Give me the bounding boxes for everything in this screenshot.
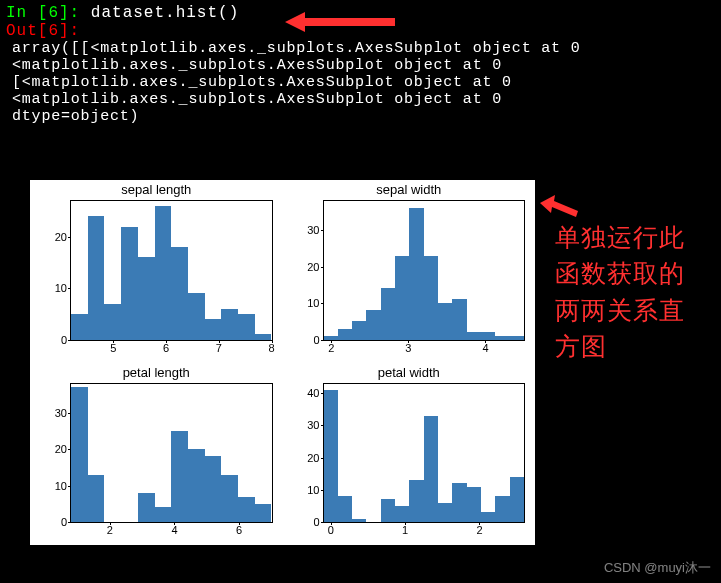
axes: 0102030246 xyxy=(70,383,273,524)
bar xyxy=(255,504,272,522)
bar xyxy=(510,336,524,340)
bar xyxy=(438,503,452,522)
svg-marker-0 xyxy=(285,12,395,32)
bar xyxy=(171,247,188,339)
bar xyxy=(338,496,352,522)
bar xyxy=(452,483,466,522)
bar xyxy=(205,319,222,340)
bars xyxy=(71,201,272,340)
watermark: CSDN @muyi沐一 xyxy=(604,559,711,577)
subplot-sepal-width: sepal width0102030234 xyxy=(283,180,536,363)
bar xyxy=(121,227,138,340)
bar xyxy=(221,309,238,340)
bar xyxy=(71,387,88,522)
bar xyxy=(409,480,423,522)
bar xyxy=(205,456,222,522)
out-prompt-close: ]: xyxy=(59,22,80,40)
bar xyxy=(238,497,255,523)
bar xyxy=(71,314,88,340)
bar xyxy=(104,304,121,340)
bar xyxy=(452,299,466,339)
bar xyxy=(467,487,481,522)
bar xyxy=(495,336,509,340)
axes: 0102030234 xyxy=(323,200,526,341)
bar xyxy=(338,329,352,340)
bar xyxy=(221,475,238,522)
bar xyxy=(352,321,366,339)
subplot-petal-length: petal length0102030246 xyxy=(30,363,283,546)
in-prompt-num: 6 xyxy=(48,4,59,22)
bar xyxy=(88,216,105,339)
output-line-4: dtype=object) xyxy=(6,108,715,125)
bars xyxy=(324,201,525,340)
histogram-figure: sepal length010205678sepal width01020302… xyxy=(30,180,535,545)
bar xyxy=(88,475,105,522)
bar xyxy=(381,499,395,522)
out-prompt-num: 6 xyxy=(48,22,59,40)
output-line-3: <matplotlib.axes._subplots.AxesSubplot o… xyxy=(6,91,715,108)
bar xyxy=(155,507,172,522)
bar xyxy=(238,314,255,340)
bar xyxy=(409,208,423,339)
bar xyxy=(424,416,438,522)
bar xyxy=(188,449,205,522)
code-command: dataset.hist() xyxy=(80,4,239,22)
out-prompt: Out[ xyxy=(6,22,48,40)
annotation-text: 单独运行此 函数获取的 两两关系直 方图 xyxy=(555,220,685,365)
bars xyxy=(71,384,272,523)
bar xyxy=(395,256,409,340)
bar xyxy=(188,293,205,339)
bar xyxy=(352,519,366,522)
bar xyxy=(424,256,438,340)
bar xyxy=(381,288,395,339)
bar xyxy=(171,431,188,522)
bar xyxy=(138,493,155,522)
bar xyxy=(510,477,524,522)
svg-marker-1 xyxy=(540,195,578,217)
bar xyxy=(155,206,172,339)
axes: 010205678 xyxy=(70,200,273,341)
chart-title: sepal length xyxy=(30,180,283,200)
chart-title: petal width xyxy=(283,363,536,383)
in-prompt: In [ xyxy=(6,4,48,22)
bar xyxy=(481,512,495,522)
output-line-2: [<matplotlib.axes._subplots.AxesSubplot … xyxy=(6,74,715,91)
chart-title: sepal width xyxy=(283,180,536,200)
subplot-sepal-length: sepal length010205678 xyxy=(30,180,283,363)
bar xyxy=(438,303,452,339)
bar xyxy=(366,310,380,339)
arrow-icon xyxy=(285,10,405,40)
output-line-0: array([[<matplotlib.axes._subplots.AxesS… xyxy=(6,40,715,57)
bar xyxy=(467,332,481,339)
bar xyxy=(324,390,338,522)
in-prompt-close: ]: xyxy=(59,4,80,22)
chart-title: petal length xyxy=(30,363,283,383)
bar xyxy=(138,257,155,339)
output-line-1: <matplotlib.axes._subplots.AxesSubplot o… xyxy=(6,57,715,74)
bar xyxy=(495,496,509,522)
axes: 010203040012 xyxy=(323,383,526,524)
bars xyxy=(324,384,525,523)
bar xyxy=(481,332,495,339)
bar xyxy=(395,506,409,522)
subplot-petal-width: petal width010203040012 xyxy=(283,363,536,546)
